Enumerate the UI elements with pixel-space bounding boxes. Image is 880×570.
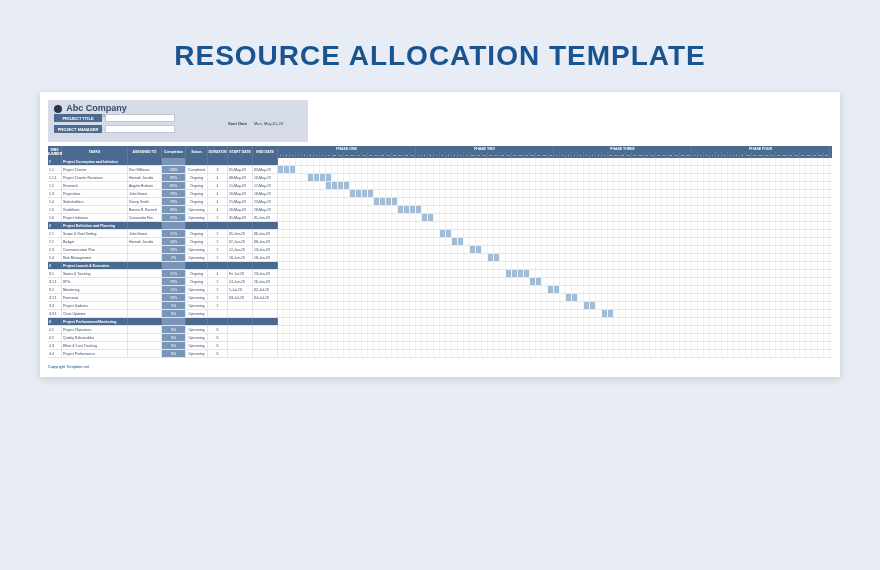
company-name: Abc Company — [54, 103, 302, 113]
logo-icon — [54, 105, 62, 113]
table-row: 1.1.1Project Charter RevisionsHannah Jac… — [48, 174, 278, 182]
table-row: 2.4Risk Management2%Upcoming216-Jun-2318… — [48, 254, 278, 262]
table-row: 3Project Launch & Execution — [48, 262, 278, 270]
sheet-header: Abc Company abc@company.com | 222 555 77… — [48, 100, 832, 142]
table-row: 3.1.1KPIs19%Ongoing224-Jun-2326-Jun-23 — [48, 278, 278, 286]
table-row: 2.2BudgetHannah Jacobs16%Ongoing207-Jun-… — [48, 238, 278, 246]
table-row: 3.3Project Updates5%Upcoming2 — [48, 302, 278, 310]
spreadsheet-preview: Abc Company abc@company.com | 222 555 77… — [40, 92, 840, 377]
main-grid: WBS NUMBER TASKS ASSIGNED TO Completion … — [48, 146, 832, 358]
gantt-row — [278, 310, 832, 318]
gantt-row — [278, 342, 832, 350]
col-duration: DURATION — [208, 146, 228, 158]
table-row: 3.2Monitoring15%Upcoming21-Jul-2302-Jul-… — [48, 286, 278, 294]
company-name-text: Abc Company — [66, 103, 127, 113]
table-row: 1.4StakeholdersDanny Smith70%Ongoing421-… — [48, 198, 278, 206]
table-row: 3.3.1Chart Updates0%Upcoming — [48, 310, 278, 318]
gantt-row — [278, 350, 832, 358]
gantt-row — [278, 334, 832, 342]
gantt-row — [278, 198, 832, 206]
gantt-row — [278, 270, 832, 278]
gantt-row — [278, 182, 832, 190]
col-task: TASKS — [62, 146, 128, 158]
table-row: 4.3Effort & Cost Tracking0%Upcoming0 — [48, 342, 278, 350]
gantt-row — [278, 254, 832, 262]
gantt-row — [278, 318, 832, 326]
table-row: 1.2ResearchAngela Hudson85%Ongoing411-Ma… — [48, 182, 278, 190]
gantt-row — [278, 302, 832, 310]
gantt-row — [278, 214, 832, 222]
task-column-header: WBS NUMBER TASKS ASSIGNED TO Completion … — [48, 146, 278, 158]
table-row: 1.6Project InitiationCassandra Fox25%Upc… — [48, 214, 278, 222]
table-row: 4.4Project Performance0%Upcoming0 — [48, 350, 278, 358]
table-row: 3.2.1Forecasts10%Upcoming203-Jul-2304-Ju… — [48, 294, 278, 302]
start-date-block: Start Date Mon, May-01-23 — [228, 120, 287, 127]
gantt-row — [278, 230, 832, 238]
copyright-link[interactable]: Copyright Template.net — [48, 364, 832, 369]
table-row: 1.1Project CharterDan Williams100%Comple… — [48, 166, 278, 174]
col-completion: Completion — [162, 146, 186, 158]
gantt-area: PHASE ONEPHASE TWOPHASE THREEPHASE FOUR … — [278, 146, 832, 358]
project-meta: PROJECT TITLE PROJECT MANAGER — [54, 114, 175, 133]
page-title: RESOURCE ALLOCATION TEMPLATE — [0, 0, 880, 92]
table-row: 3.1Status & Tracking22%Ongoing4Fri Jul-2… — [48, 270, 278, 278]
task-columns: WBS NUMBER TASKS ASSIGNED TO Completion … — [48, 146, 278, 358]
gantt-row — [278, 246, 832, 254]
table-row: 1Project Conception and Initiation — [48, 158, 278, 166]
gantt-row — [278, 278, 832, 286]
table-row: 4Project Performance/Monitoring — [48, 318, 278, 326]
gantt-row — [278, 286, 832, 294]
start-date-value: Mon, May-01-23 — [250, 120, 287, 127]
gantt-row — [278, 238, 832, 246]
table-row: 2.1Scope & Goal SettingJohn Smart22%Ongo… — [48, 230, 278, 238]
gantt-row — [278, 326, 832, 334]
gantt-row — [278, 158, 832, 166]
table-row: 1.5GuidelinesBonnie R. Burnett60%Upcomin… — [48, 206, 278, 214]
gantt-row — [278, 262, 832, 270]
gantt-row — [278, 174, 832, 182]
gantt-row — [278, 222, 832, 230]
col-status: Status — [186, 146, 208, 158]
start-date-label: Start Date — [228, 121, 247, 126]
col-wbs: WBS NUMBER — [48, 146, 62, 158]
project-title-label: PROJECT TITLE — [54, 114, 102, 122]
col-assign: ASSIGNED TO — [128, 146, 162, 158]
table-row: 1.3ProjectionsJohn Smart70%Ongoing416-Ma… — [48, 190, 278, 198]
gantt-row — [278, 190, 832, 198]
gantt-row — [278, 294, 832, 302]
table-row: 2.3Communication Plan10%Upcoming212-Jun-… — [48, 246, 278, 254]
table-row: 4.1Project Objectives0%Upcoming0 — [48, 326, 278, 334]
gantt-row — [278, 166, 832, 174]
gantt-row — [278, 206, 832, 214]
col-end: END DATE — [253, 146, 278, 158]
col-start: START DATE — [228, 146, 253, 158]
project-manager-label: PROJECT MANAGER — [54, 125, 102, 133]
project-title-input[interactable] — [105, 114, 175, 122]
table-row: 2Project Definition and Planning — [48, 222, 278, 230]
project-manager-input[interactable] — [105, 125, 175, 133]
project-manager-row: PROJECT MANAGER — [54, 125, 175, 133]
table-row: 4.2Quality Deliverables0%Upcoming0 — [48, 334, 278, 342]
project-title-row: PROJECT TITLE — [54, 114, 175, 122]
